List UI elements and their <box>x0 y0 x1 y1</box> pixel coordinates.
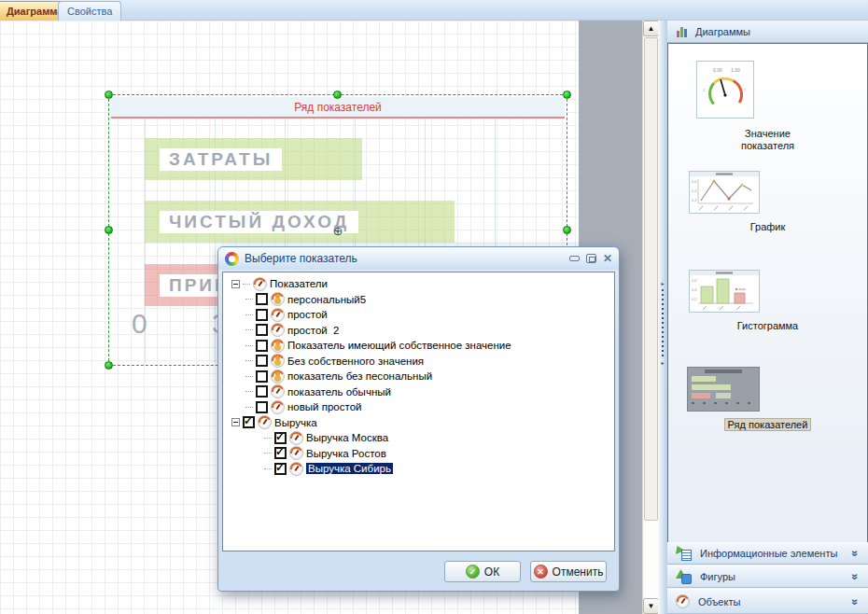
tree-connector <box>245 360 253 361</box>
tree-item[interactable]: Выручка Москва <box>225 430 612 446</box>
palette-item-label[interactable]: Гистограмма <box>668 320 867 332</box>
minimize-icon[interactable] <box>569 256 580 261</box>
tree-item-label: Выручка <box>274 417 317 428</box>
gauge-icon <box>676 594 690 608</box>
collapse-chevron-icon[interactable] <box>849 551 862 557</box>
axis-tick-label: 0 <box>132 308 147 340</box>
panel-info-elements[interactable]: Информационные элементы <box>667 542 868 565</box>
selection-handle[interactable] <box>563 226 571 234</box>
selection-handle[interactable] <box>105 91 113 99</box>
checkbox[interactable] <box>256 340 268 352</box>
tree-item[interactable]: простой <box>225 307 612 323</box>
splitter-dots <box>662 289 664 356</box>
gauge-icon <box>289 462 303 476</box>
person-icon <box>271 370 285 384</box>
tree-item[interactable]: Показатель имеющий собственное значение <box>225 338 612 354</box>
checkbox[interactable] <box>256 324 268 336</box>
bar-label: ЧИСТЫЙ ДОХОД <box>160 211 358 233</box>
tree-item[interactable]: показатель без песональный <box>225 369 612 384</box>
tree-connector <box>243 284 250 285</box>
tree-item-label: новый простой <box>287 401 361 412</box>
gauge-icon <box>271 323 285 337</box>
gauge-icon <box>289 431 303 445</box>
svg-text:0,6: 0,6 <box>692 278 697 283</box>
panel-label: Фигуры <box>700 571 735 582</box>
svg-text:0,2: 0,2 <box>692 198 697 202</box>
cancel-button[interactable]: ✕ Отменить <box>530 561 607 582</box>
select-indicator-dialog: Выберите показатель ✕ Показатели персона… <box>217 246 620 592</box>
palette-item-gauge[interactable]: 0.00 1.00 -1 2 <box>696 61 754 119</box>
tree-item[interactable]: Выручка Сибирь <box>225 461 612 477</box>
checkbox[interactable] <box>243 416 255 428</box>
expander-minus-icon[interactable] <box>231 418 240 426</box>
collapse-chevron-icon[interactable] <box>849 574 862 580</box>
panel-objects[interactable]: Объекты <box>667 589 868 614</box>
gauge-icon <box>258 415 272 429</box>
checkbox[interactable] <box>256 401 268 413</box>
close-icon[interactable]: ✕ <box>603 254 612 263</box>
series-thumbnail-axis <box>692 402 755 404</box>
collapse-chevron-icon[interactable] <box>849 598 862 605</box>
selection-handle[interactable] <box>333 91 342 99</box>
tree-item[interactable]: Без собственного значения <box>225 354 612 370</box>
selection-handle[interactable] <box>105 361 113 370</box>
scroll-up-button[interactable]: ▲ <box>643 21 659 36</box>
ok-button-label: ОК <box>484 565 499 579</box>
diagrams-panel-header[interactable]: Диаграммы <box>667 21 868 43</box>
tree-item[interactable]: новый простой <box>225 399 612 415</box>
checkbox[interactable] <box>256 385 268 398</box>
palette-item-histogram[interactable]: 0,6 0,4 0,2 ■ знач <box>689 270 760 313</box>
person-icon <box>271 339 285 353</box>
svg-text:0,4: 0,4 <box>692 287 697 292</box>
palette-item-label-selected[interactable]: Ряд показателей <box>668 419 867 431</box>
tree-item-label: Показатель имеющий собственное значение <box>287 340 511 351</box>
tree-connector <box>245 391 253 392</box>
tree-item-label: Выручка Ростов <box>306 448 386 459</box>
checkbox[interactable] <box>256 309 268 321</box>
palette-item-line-chart[interactable]: 0,6 0,4 0,2 <box>689 171 760 214</box>
right-sidebar: Диаграммы 0.00 1.00 -1 2 Значение показа… <box>667 21 868 614</box>
checkbox[interactable] <box>256 293 268 305</box>
selection-handle[interactable] <box>563 91 571 99</box>
svg-text:0,6: 0,6 <box>692 179 697 184</box>
tree-item[interactable]: простой 2 <box>225 323 612 339</box>
checkbox[interactable] <box>256 355 268 367</box>
maximize-icon[interactable] <box>586 254 596 263</box>
scroll-down-button[interactable]: ▼ <box>643 598 659 614</box>
tree-item-label: простой <box>287 309 328 320</box>
tab-properties[interactable]: Свойства <box>58 1 121 21</box>
svg-text:0,4: 0,4 <box>692 188 697 193</box>
move-crosshair-icon: ⊕ <box>333 223 343 237</box>
expander-minus-icon[interactable] <box>231 280 240 288</box>
dialog-title: Выберите показатель <box>245 252 564 265</box>
palette-item-series[interactable] <box>687 367 760 412</box>
window-controls: ✕ <box>569 254 612 263</box>
palette-item-label[interactable]: Значение показателя <box>668 128 867 152</box>
palette-item-label[interactable]: График <box>668 221 867 233</box>
gauge-icon <box>271 384 285 398</box>
diagrams-palette: 0.00 1.00 -1 2 Значение показателя 0,6 0… <box>667 43 868 564</box>
gauge-thumbnail-icon: 0.00 1.00 -1 2 <box>697 62 753 118</box>
splitter-collapse-handle[interactable]: ▸ ▸ <box>660 280 665 366</box>
panel-shapes[interactable]: Фигуры <box>667 565 868 588</box>
tree-item[interactable]: Выручка <box>225 415 612 431</box>
canvas-vertical-scrollbar[interactable]: ▲ ▼ <box>642 21 658 614</box>
cancel-button-label: Отменить <box>553 565 604 579</box>
dialog-title-bar[interactable]: Выберите показатель ✕ <box>218 247 619 270</box>
tree-item[interactable]: персональный5 <box>225 292 612 308</box>
ok-button[interactable]: ✓ ОК <box>444 561 521 582</box>
tree-item[interactable]: Выручка Ростов <box>225 446 612 462</box>
dialog-app-icon <box>225 252 239 266</box>
checkbox[interactable] <box>274 463 287 475</box>
tree-connector <box>245 329 253 330</box>
bar-chart-icon <box>677 26 687 37</box>
selection-handle[interactable] <box>105 226 113 234</box>
scrollbar-thumb[interactable] <box>644 37 658 521</box>
tree-item[interactable]: показатель обычный <box>225 384 612 400</box>
checkbox[interactable] <box>274 447 287 459</box>
checkbox[interactable] <box>256 370 268 383</box>
tree-root-row[interactable]: Показатели <box>225 276 612 292</box>
checkbox[interactable] <box>274 432 287 444</box>
panel-splitter[interactable]: ▸ ▸ <box>658 21 667 614</box>
indicator-tree[interactable]: Показатели персональный5 простой простой… <box>222 272 615 551</box>
